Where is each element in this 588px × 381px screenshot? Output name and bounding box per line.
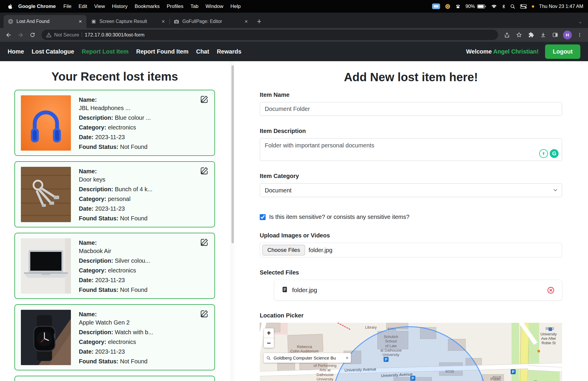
selected-files-list: folder.jpg [274, 280, 562, 300]
grammarly-g-icon[interactable]: G [550, 149, 559, 158]
menu-view[interactable]: View [91, 4, 109, 9]
nav-report-lost-item[interactable]: Report Lost Item [82, 48, 129, 55]
chrome-menu-kebab-icon[interactable] [574, 29, 585, 40]
address-bar[interactable]: Not Secure 172.17.0.80:3001/lost-form [41, 30, 498, 40]
downloads-icon[interactable] [538, 29, 549, 40]
item-name-row: Name:Macbook Air [79, 239, 150, 254]
lost-item-card: Name:Door keys Description: Bunch of 4 k… [14, 161, 215, 227]
item-description-row: Description: Watch with b... [79, 329, 153, 336]
apple-menu-icon[interactable] [5, 4, 15, 9]
map-search-input[interactable] [274, 355, 343, 360]
recording-indicator-dot [532, 5, 534, 8]
left-panel-scrollbar[interactable] [231, 61, 234, 381]
sensitive-checkbox[interactable] [260, 214, 266, 220]
item-name-input[interactable] [260, 102, 562, 116]
url-text[interactable]: 172.17.0.80:3001/lost-form [85, 32, 144, 38]
browser-tab-screen-capture-result[interactable]: Screen Capture Result × [86, 15, 169, 28]
file-name: folder.jpg [292, 287, 317, 294]
item-date-row: Date: 2023-11-23 [79, 205, 152, 212]
battery-indicator[interactable]: 90% [466, 4, 486, 9]
edit-item-button[interactable] [200, 237, 209, 247]
map-label: of Performing Arts at Dalhousie Universi… [314, 363, 337, 381]
tab-search-chevron-icon[interactable]: ⌄ [578, 19, 584, 24]
battery-percent: 90% [466, 4, 475, 9]
browser-tab-gofullpage-editor[interactable]: GoFullPage: Editor × [169, 15, 252, 28]
zoom-in-button[interactable]: + [264, 328, 274, 338]
menu-help[interactable]: Help [227, 4, 244, 9]
control-center-icon[interactable] [520, 4, 527, 9]
location-map[interactable]: Library6061Schulich School of Law at Dal… [260, 323, 562, 381]
nav-chat[interactable]: Chat [196, 48, 209, 55]
edit-item-button[interactable] [200, 94, 209, 104]
nav-rewards[interactable]: Rewards [217, 48, 241, 55]
security-label[interactable]: Not Secure [54, 32, 79, 38]
menu-profiles[interactable]: Profiles [163, 4, 187, 9]
sensitive-checkbox-label: Is this item sensitive? or consists any … [269, 214, 409, 220]
reload-button[interactable] [27, 29, 38, 40]
tab-close-icon[interactable]: × [77, 18, 84, 25]
edit-item-button[interactable] [200, 309, 209, 318]
macos-menubar: Google Chrome FileEditViewHistoryBookmar… [0, 0, 588, 13]
menubar-status: 90% Thu Nov 23 1:47 AM [432, 4, 583, 9]
screen-mirroring-icon[interactable] [432, 4, 440, 9]
app-navbar: HomeLost CatalogueReport Lost ItemReport… [0, 42, 588, 61]
item-category-select[interactable]: Document [260, 183, 562, 197]
cards-list: Name:JBL Headphones ... Description: Blu… [14, 90, 215, 381]
nav-lost-catalogue[interactable]: Lost Catalogue [32, 48, 74, 55]
item-category-row: Category: electronics [79, 338, 153, 345]
menu-window[interactable]: Window [202, 4, 227, 9]
new-tab-button[interactable]: + [254, 16, 264, 26]
add-item-form-panel: Add New lost item here! Item Name Item D… [234, 61, 588, 381]
paw-app-icon[interactable] [455, 4, 461, 9]
lost-item-card: Name:JBL Headphones ... Description: Blu… [14, 90, 215, 156]
item-description-input[interactable]: Folder with important personal documents [260, 138, 562, 161]
item-status-row: Found Status: Not Found [79, 358, 153, 365]
back-button[interactable] [3, 29, 14, 40]
zoom-out-button[interactable]: − [264, 338, 274, 348]
item-status-row: Found Status: Not Found [79, 286, 150, 293]
side-panel-icon[interactable] [550, 29, 561, 40]
nav-report-found-item[interactable]: Report Found Item [136, 48, 189, 55]
grammarly-upload-icon[interactable] [539, 149, 548, 158]
profile-avatar[interactable]: H [563, 31, 572, 39]
tab-close-icon[interactable]: × [243, 18, 249, 25]
camera-lens-icon[interactable] [445, 4, 450, 9]
menubar-clock[interactable]: Thu Nov 23 1:47 AM [539, 4, 583, 9]
wifi-icon[interactable] [491, 4, 497, 9]
not-secure-warning-icon [46, 32, 51, 38]
spotlight-search-icon[interactable] [510, 4, 515, 9]
menu-history[interactable]: History [109, 4, 131, 9]
menu-bookmarks[interactable]: Bookmarks [131, 4, 163, 9]
location-picker-label: Location Picker [260, 312, 562, 319]
form-title: Add New lost item here! [260, 71, 562, 84]
tab-list: Lost And Found × Screen Capture Result ×… [4, 15, 252, 28]
menu-file[interactable]: File [60, 4, 75, 9]
logout-button[interactable]: Logout [545, 44, 580, 59]
menu-tab[interactable]: Tab [187, 4, 202, 9]
forward-button[interactable] [15, 29, 26, 40]
lost-item-card-partial [14, 376, 215, 381]
menu-app-name[interactable]: Google Chrome [15, 4, 60, 9]
extensions-puzzle-icon[interactable] [526, 29, 537, 40]
menu-edit[interactable]: Edit [75, 4, 91, 9]
edit-item-button[interactable] [200, 166, 209, 175]
choose-files-button[interactable]: Choose Files [262, 245, 305, 255]
item-name-row: Name:Door keys [79, 168, 152, 183]
item-category-row: Category: electronics [79, 267, 150, 274]
scrollbar-thumb[interactable] [231, 65, 234, 243]
map-search-clear-icon[interactable]: × [343, 355, 351, 361]
tab-close-icon[interactable]: × [160, 18, 166, 25]
item-date-row: Date: 2023-11-23 [79, 277, 150, 284]
recent-items-panel: Your Recent lost items Name:JBL Headphon… [0, 61, 231, 381]
remove-file-icon[interactable] [547, 286, 555, 294]
nav-home[interactable]: Home [8, 48, 24, 55]
browser-tab-lost-and-found[interactable]: Lost And Found × [4, 15, 86, 28]
bluetooth-icon[interactable] [502, 4, 505, 9]
bookmark-star-icon[interactable] [514, 29, 524, 40]
battery-icon [477, 4, 486, 9]
item-category-label: Item Category [260, 173, 562, 179]
nav-right: Welcome Angel Christian! Logout [466, 44, 580, 59]
share-icon[interactable] [502, 29, 512, 40]
item-description-row: Description: Blue colour ... [79, 114, 151, 121]
map-label: Library [365, 325, 377, 330]
